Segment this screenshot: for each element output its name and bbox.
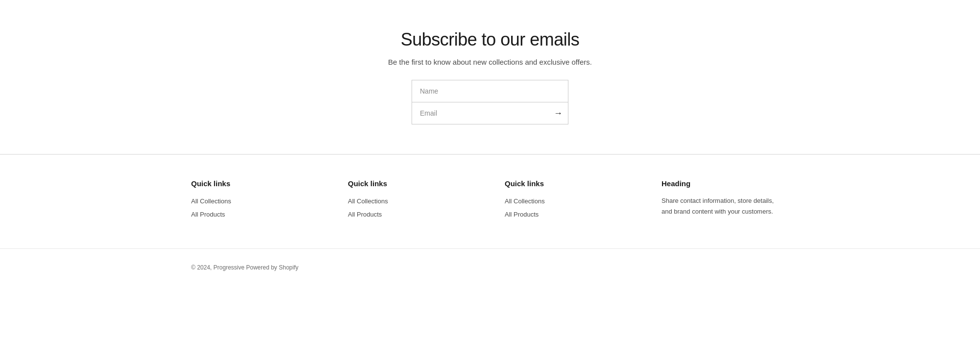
footer-col-3: Quick links All Collections All Products (490, 179, 647, 224)
subscribe-form: → (412, 80, 568, 124)
footer-col-2-heading: Quick links (348, 179, 475, 188)
name-input[interactable] (412, 80, 568, 102)
footer-main: Quick links All Collections All Products… (0, 154, 980, 248)
footer-col-1: Quick links All Collections All Products (176, 179, 333, 224)
footer-col-2-link-collections[interactable]: All Collections (348, 197, 475, 205)
footer-col-4: Heading Share contact information, store… (647, 179, 804, 224)
footer-col-1-link-products[interactable]: All Products (191, 211, 318, 218)
subscribe-section: Subscribe to our emails Be the first to … (0, 0, 980, 154)
subscribe-title: Subscribe to our emails (401, 29, 580, 50)
footer-col-3-link-collections[interactable]: All Collections (505, 197, 632, 205)
footer-col-1-link-collections[interactable]: All Collections (191, 197, 318, 205)
email-input[interactable] (412, 102, 568, 124)
footer-col-3-heading: Quick links (505, 179, 632, 188)
footer-col-3-link-products[interactable]: All Products (505, 211, 632, 218)
email-wrapper: → (412, 102, 568, 124)
subscribe-subtitle: Be the first to know about new collectio… (388, 58, 592, 66)
footer-col-4-description: Share contact information, store details… (662, 195, 779, 217)
footer-col-1-heading: Quick links (191, 179, 318, 188)
footer-col-2: Quick links All Collections All Products (333, 179, 490, 224)
copyright-text: © 2024, Progressive Powered by Shopify (191, 264, 298, 271)
email-submit-button[interactable]: → (554, 108, 563, 119)
copyright-year-brand: © 2024, Progressive (191, 264, 245, 271)
footer-columns: Quick links All Collections All Products… (147, 179, 833, 224)
footer-col-4-heading: Heading (662, 179, 789, 188)
footer-bottom-inner: © 2024, Progressive Powered by Shopify (147, 263, 833, 271)
powered-by-link[interactable]: Powered by Shopify (246, 264, 298, 271)
footer-col-2-link-products[interactable]: All Products (348, 211, 475, 218)
arrow-icon: → (554, 108, 563, 119)
footer-bottom: © 2024, Progressive Powered by Shopify (0, 249, 980, 285)
